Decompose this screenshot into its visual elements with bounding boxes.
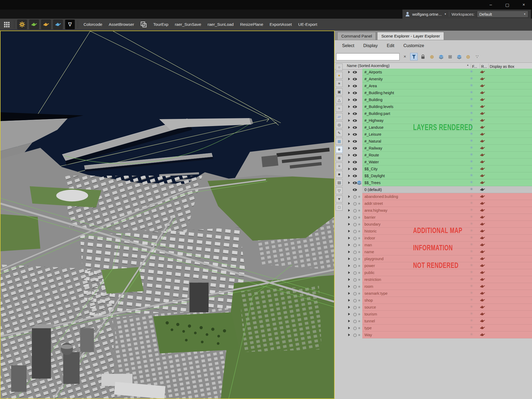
toolbar-button-resizeplane[interactable]: ResizePlane xyxy=(238,20,266,29)
expand-arrow-icon[interactable] xyxy=(348,285,350,288)
layer-row[interactable]: $$_City ✳ xyxy=(344,165,532,172)
layer-name[interactable]: source xyxy=(362,305,376,309)
layer-row[interactable]: #_Amenity ✳ xyxy=(344,76,532,82)
visibility-off-icon[interactable] xyxy=(353,223,357,226)
layer-row[interactable]: #_Building:part ✳ xyxy=(344,110,532,117)
visibility-eye-icon[interactable] xyxy=(353,147,357,149)
expand-arrow-icon[interactable] xyxy=(348,85,350,87)
layer-row[interactable]: #_Route ✳ xyxy=(344,152,532,159)
layer-row-bar[interactable]: indoor ✳ xyxy=(362,235,532,242)
layer-row-bar[interactable]: source ✳ xyxy=(362,304,532,311)
viewport[interactable] xyxy=(0,31,335,399)
renderable-teapot-icon[interactable] xyxy=(480,291,485,295)
expand-arrow-icon[interactable] xyxy=(348,327,350,329)
frozen-icon[interactable]: ✳ xyxy=(470,104,473,109)
layer-row[interactable]: $$_Trees ✳ xyxy=(344,179,532,186)
frozen-icon[interactable]: ✳ xyxy=(470,332,473,337)
layer-name[interactable]: type xyxy=(362,326,372,330)
renderable-teapot-icon[interactable] xyxy=(480,208,485,212)
renderable-teapot-icon[interactable] xyxy=(480,305,485,309)
expand-arrow-icon[interactable] xyxy=(348,292,350,295)
layer-row-bar[interactable]: #_Building:levels ✳ xyxy=(362,103,532,110)
create-new-layer-icon[interactable]: ⊕ xyxy=(428,53,436,60)
layer-name[interactable]: #_Building:levels xyxy=(362,105,393,109)
frozen-icon[interactable]: ✳ xyxy=(470,297,473,302)
expand-arrow-icon[interactable] xyxy=(348,112,350,115)
frozen-icon[interactable]: ✳ xyxy=(470,304,473,309)
scene-explorer-grid-icon[interactable] xyxy=(2,20,11,29)
layer-row-bar[interactable]: $$_Trees ✳ xyxy=(362,179,532,186)
visibility-off-icon[interactable] xyxy=(353,209,357,213)
layer-row-bar[interactable]: tourism ✳ xyxy=(362,311,532,318)
user-menu-caret-icon[interactable]: ▼ xyxy=(444,13,447,15)
layer-row[interactable]: #_Water ✳ xyxy=(344,159,532,165)
layer-row[interactable]: addr:street ✳ xyxy=(344,200,532,207)
script-teapot-blue-icon[interactable] xyxy=(53,20,63,29)
expand-arrow-icon[interactable] xyxy=(348,154,350,156)
expand-arrow-icon[interactable] xyxy=(348,202,350,205)
renderable-teapot-icon[interactable] xyxy=(480,229,485,233)
renderable-teapot-icon[interactable] xyxy=(480,319,485,323)
layer-row[interactable]: $$_Daylight ✳ xyxy=(344,172,532,179)
visibility-eye-icon[interactable] xyxy=(353,182,357,184)
expand-arrow-icon[interactable] xyxy=(348,168,350,170)
renderable-teapot-icon[interactable] xyxy=(480,174,485,178)
close-button[interactable]: × xyxy=(516,0,532,10)
expand-arrow-icon[interactable] xyxy=(348,278,350,281)
layer-name[interactable]: Way xyxy=(362,333,372,337)
layer-row-bar[interactable]: shop ✳ xyxy=(362,297,532,304)
visibility-off-icon[interactable] xyxy=(353,334,357,337)
expand-arrow-icon[interactable] xyxy=(348,334,350,336)
expand-arrow-icon[interactable] xyxy=(348,174,350,177)
layer-row-bar[interactable]: #_Area ✳ xyxy=(362,82,532,89)
frozen-icon[interactable]: ✳ xyxy=(470,284,473,288)
visibility-eye-icon[interactable] xyxy=(353,175,357,177)
maximize-button[interactable]: ▢ xyxy=(499,0,516,10)
display-cameras-icon[interactable]: ▣ xyxy=(336,88,343,95)
display-helpers-icon[interactable]: △ xyxy=(336,97,343,103)
layer-name[interactable]: #_Route xyxy=(362,153,379,157)
filter-combinations-icon[interactable]: ▽ xyxy=(336,187,343,194)
renderable-teapot-icon[interactable] xyxy=(480,125,485,129)
expand-arrow-icon[interactable] xyxy=(348,223,350,226)
layer-name[interactable]: #_Buidling:height xyxy=(362,91,394,95)
expand-arrow-icon[interactable] xyxy=(348,313,350,315)
layer-name[interactable]: playground xyxy=(362,257,384,261)
visibility-off-icon[interactable] xyxy=(353,271,357,275)
layer-name[interactable]: #_Landuse xyxy=(362,125,384,130)
layer-name[interactable]: #_Airports xyxy=(362,70,382,74)
frozen-icon[interactable]: ✳ xyxy=(470,249,473,254)
frozen-icon[interactable]: ✳ xyxy=(470,69,473,74)
expand-arrow-icon[interactable] xyxy=(348,251,350,253)
toolbar-button-colorcode[interactable]: Colorcode xyxy=(81,20,105,29)
layer-name[interactable]: room xyxy=(362,284,373,289)
renderable-teapot-icon[interactable] xyxy=(480,277,485,281)
visibility-eye-icon[interactable] xyxy=(353,189,357,191)
toolbar-button-ue-export[interactable]: UE-Export xyxy=(296,20,320,29)
tab-scene-explorer[interactable]: Scene Explorer - Layer Explorer xyxy=(377,32,444,40)
tab-command-panel[interactable]: Command Panel xyxy=(337,32,376,40)
layer-row[interactable]: abandoned:building ✳ xyxy=(344,193,532,200)
filter-icon[interactable] xyxy=(410,53,418,60)
layer-row[interactable]: restriction ✳ xyxy=(344,276,532,283)
expand-arrow-icon[interactable] xyxy=(348,230,350,232)
visibility-off-icon[interactable] xyxy=(353,237,357,240)
frozen-icon[interactable]: ✳ xyxy=(470,194,473,198)
layer-row[interactable]: public ✳ xyxy=(344,269,532,276)
layer-row-bar[interactable]: 0 (default) ✳ xyxy=(362,186,532,193)
expand-arrow-icon[interactable] xyxy=(348,209,350,212)
layer-row[interactable]: #_Airports ✳ xyxy=(344,69,532,76)
layer-name[interactable]: power xyxy=(362,264,375,268)
frozen-icon[interactable]: ✳ xyxy=(470,138,473,143)
frozen-icon[interactable]: ✳ xyxy=(470,228,473,233)
layer-row[interactable]: source ✳ xyxy=(344,304,532,311)
display-containers-icon[interactable]: ▦ xyxy=(336,138,343,145)
script-teapot-gold-icon[interactable] xyxy=(41,20,51,29)
display-lights-icon[interactable]: ☀ xyxy=(336,80,343,87)
renderable-teapot-icon[interactable] xyxy=(480,284,485,288)
display-geometry-icon[interactable]: ● xyxy=(336,72,343,79)
layer-row[interactable]: shop ✳ xyxy=(344,297,532,304)
visibility-eye-icon[interactable] xyxy=(353,78,357,80)
layer-name[interactable]: #_Railway xyxy=(362,146,382,150)
nabla-script-icon[interactable]: ∇ xyxy=(65,20,75,29)
